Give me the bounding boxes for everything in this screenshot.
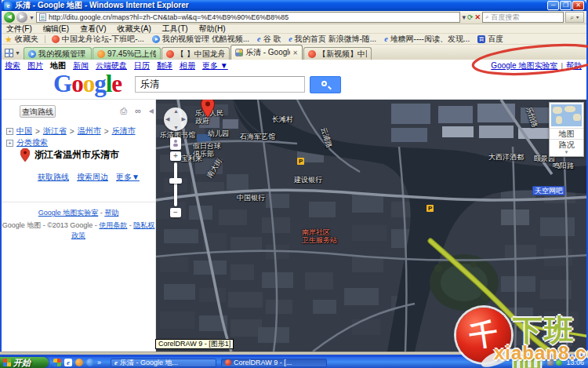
result-link[interactable]: 更多▼ <box>116 172 140 183</box>
traffic-button[interactable]: 路况 <box>550 139 583 150</box>
coreldraw-tooltip: CorelDRAW 9 - [图形1] <box>155 339 234 349</box>
minimize-button[interactable]: ─ <box>547 1 559 10</box>
taskbar-button[interactable]: CorelDRAW 9 - [... <box>221 359 327 367</box>
tray-icon[interactable] <box>556 359 562 366</box>
gnav-link-翻译[interactable]: 翻译 <box>157 60 172 71</box>
dragon-icon <box>166 50 174 58</box>
browser-tab[interactable]: 【 】中国龙舟论坛... <box>162 47 230 60</box>
gnav-more[interactable]: 更多 ▼ <box>202 60 228 71</box>
history-dropdown-icon[interactable]: ▼ <box>29 13 34 23</box>
menu-item[interactable]: 帮助(H) <box>199 24 226 35</box>
labs-link[interactable]: Google 地图实验室 <box>38 209 99 217</box>
maps-search-button[interactable] <box>310 76 341 93</box>
maps-search-input[interactable]: 乐清 <box>135 76 305 93</box>
breadcrumb-link[interactable]: 温州市 <box>78 126 101 137</box>
tab-close-icon[interactable]: ✕ <box>292 49 298 56</box>
link-icon[interactable]: ∞ <box>135 106 141 116</box>
result-link[interactable]: 搜索周边 <box>77 172 108 183</box>
browser-tab[interactable]: 乐清 - Google 地图✕ <box>230 45 303 60</box>
start-button[interactable]: 开始 <box>0 357 49 368</box>
clock: 13:06 <box>566 359 584 366</box>
browser-tab[interactable]: 我的视频管理 优酷视频... <box>24 47 92 60</box>
overview-minimap[interactable] <box>551 104 582 126</box>
favorites-item[interactable]: 中国龙舟论坛-下班吧-... <box>52 34 144 45</box>
breadcrumb-link[interactable]: 中国 <box>16 126 32 137</box>
map-view-button[interactable]: 地图 <box>550 128 583 139</box>
favorites-item[interactable]: e堆糖网----阅读、发现... <box>384 34 470 45</box>
browser-tab[interactable]: 【新视频】中国龙舟论坛... <box>303 47 372 60</box>
taskbar-button[interactable]: e乐清 - Google 地... <box>111 359 216 367</box>
map-label: 南岸社区 卫生服务站 <box>302 228 337 245</box>
favorites-item-label: 我的首页 新浪微博-随... <box>295 34 376 45</box>
pan-control[interactable]: ▲ ▼ ◀ ▶ <box>164 107 187 131</box>
pan-left-icon[interactable]: ◀ <box>165 116 169 122</box>
tray-icon[interactable] <box>547 359 554 366</box>
quick-launch-overflow-icon[interactable]: » <box>97 359 101 366</box>
expand-icon[interactable]: + <box>6 128 13 135</box>
help-link[interactable]: 帮助 <box>566 60 582 71</box>
tab-list-dropdown-icon[interactable]: ▼ <box>15 50 20 56</box>
title-bar[interactable]: e 乐清 - Google 地图 - Windows Internet Expl… <box>2 0 586 11</box>
favorites-button[interactable]: ★ 收藏夹 <box>5 34 38 45</box>
satellite-map[interactable]: 乐清人民 政府长滩村乐清图书馆幼儿园石海军艺馆假日台球 俱乐部宝利来南大街云浦路… <box>156 100 586 352</box>
web-search-box[interactable]: ⌕ 百度搜索 <box>482 12 564 23</box>
menu-item[interactable]: 编辑(E) <box>43 24 69 35</box>
result-link[interactable]: 获取路线 <box>38 172 69 183</box>
pegman-icon[interactable] <box>170 137 181 150</box>
chevron-down-icon[interactable]: ▼ <box>550 150 583 156</box>
media-player-icon[interactable] <box>53 359 61 366</box>
map-label: 大西洋酒都 <box>488 153 524 161</box>
menu-item[interactable]: 工具(T) <box>162 24 188 35</box>
help-link-2[interactable]: 帮助 <box>104 209 118 217</box>
menu-item[interactable]: 查看(V) <box>80 24 106 35</box>
tray-icon[interactable] <box>539 359 545 366</box>
stop-icon[interactable]: ✕ <box>474 13 481 23</box>
zoom-slider-handle[interactable] <box>169 178 182 184</box>
pan-down-icon[interactable]: ▼ <box>173 125 179 130</box>
pan-right-icon[interactable]: ▶ <box>182 116 186 122</box>
breadcrumb-link[interactable]: 浙江省 <box>43 126 67 137</box>
zoom-in-button[interactable]: + <box>170 151 181 161</box>
expand-icon[interactable]: + <box>6 140 13 147</box>
collapse-panel-icon[interactable]: ◀ <box>149 107 154 115</box>
search-options-button[interactable]: ⌕ ▾ <box>565 12 584 23</box>
app-icon[interactable] <box>75 359 83 366</box>
gnav-link-图片[interactable]: 图片 <box>27 60 43 71</box>
directions-button[interactable]: 查询路线 <box>20 105 56 118</box>
gnav-link-相册[interactable]: 相册 <box>180 60 195 71</box>
gnav-link-搜索[interactable]: 搜索 <box>5 60 20 71</box>
zoom-slider-track[interactable] <box>174 162 177 206</box>
app-icon[interactable] <box>86 359 94 366</box>
maps-labs-link[interactable]: Google 地图实验室 <box>491 60 557 71</box>
browser-tab[interactable]: 97.45%已上传 - 土豆网 ... <box>93 47 161 60</box>
print-icon[interactable]: ⎙ <box>120 106 127 116</box>
menu-item[interactable]: 文件(F) <box>6 24 32 35</box>
address-dropdown-icon[interactable]: ▾ <box>462 13 466 23</box>
maximize-button[interactable]: ❐ <box>560 1 572 10</box>
forward-button[interactable]: ► <box>16 12 27 23</box>
menu-item[interactable]: 收藏夹(A) <box>117 24 151 35</box>
refresh-icon[interactable]: ⟳ <box>467 13 474 23</box>
close-button[interactable]: ✕ <box>572 1 584 10</box>
favorites-item[interactable]: 百百度 <box>477 34 503 45</box>
url-text[interactable]: http://ditu.google.cn/maps?hl=zh-CN&tab=… <box>49 13 289 21</box>
pan-up-icon[interactable]: ▲ <box>173 108 179 114</box>
address-bar[interactable]: http://ditu.google.cn/maps?hl=zh-CN&tab=… <box>36 12 460 23</box>
category-search-link[interactable]: 分类搜索 <box>16 137 48 148</box>
favorites-item[interactable]: e谷 歌 <box>257 34 281 45</box>
menu-bar: 文件(F)编辑(E)查看(V)收藏夹(A)工具(T)帮助(H) <box>2 24 586 34</box>
logo-letter: l <box>106 70 112 98</box>
breadcrumb-link[interactable]: 乐清市 <box>112 126 136 137</box>
favorites-item[interactable]: e我的首页 新浪微博-随... <box>289 34 376 45</box>
play-icon <box>28 50 36 58</box>
quick-tabs-button[interactable]: ▼ <box>5 46 20 59</box>
map-marker-pin[interactable] <box>201 100 215 118</box>
gnav-link-日历[interactable]: 日历 <box>134 60 150 71</box>
terms-link[interactable]: 使用条款 <box>99 221 127 229</box>
search-result[interactable]: 浙江省温州市乐清市 <box>20 148 119 162</box>
favorites-item[interactable]: 我的视频管理 优酷视频... <box>152 34 249 45</box>
ie-quicklaunch-icon[interactable]: e <box>64 359 72 366</box>
back-button[interactable]: ◄ <box>4 12 15 23</box>
zoom-out-button[interactable]: − <box>170 208 181 217</box>
breadcrumb: +中国>浙江省>温州市>乐清市 <box>6 126 136 137</box>
